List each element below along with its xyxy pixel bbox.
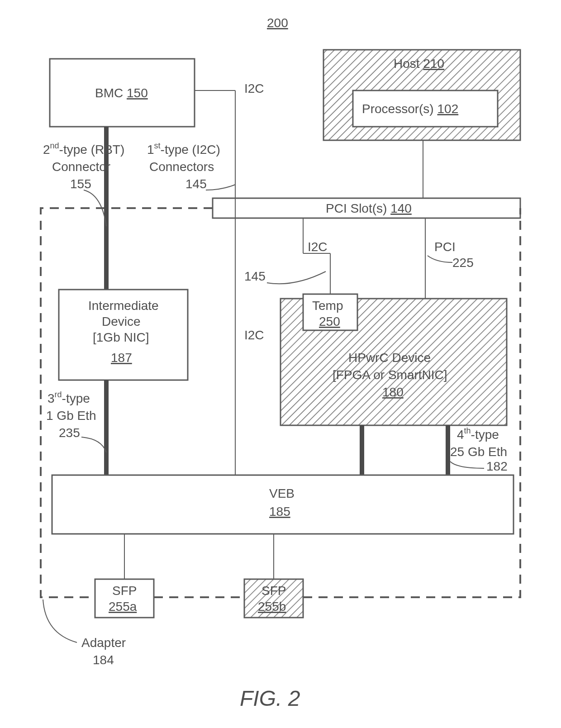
- sfp-b-label: SFP: [261, 584, 286, 598]
- sfp-a-label: SFP: [112, 584, 137, 598]
- pci-ref: 225: [452, 256, 474, 270]
- svg-text:1 Gb Eth: 1 Gb Eth: [46, 409, 96, 423]
- intermediate-label3: [1Gb NIC]: [93, 330, 149, 344]
- pci-slot-label: PCI Slot(s) 140: [326, 201, 412, 215]
- i2c-connector-label: 1st-type (I2C) Connectors 145: [147, 141, 220, 191]
- hpwrc-label2: [FPGA or SmartNIC]: [333, 368, 447, 382]
- figure-caption: FIG. 2: [240, 686, 300, 710]
- temp-ref: 250: [319, 314, 340, 328]
- svg-text:3rd-type: 3rd-type: [48, 390, 90, 405]
- veb-label: VEB: [269, 486, 295, 500]
- pci-label: PCI: [434, 240, 456, 254]
- svg-text:145: 145: [244, 269, 266, 283]
- hpwrc-label: HPwrC Device: [348, 351, 431, 365]
- svg-text:25 Gb Eth: 25 Gb Eth: [450, 445, 507, 459]
- i2c-ref-branch: 145: [244, 269, 266, 283]
- processor-label: Processor(s) 102: [362, 102, 458, 116]
- veb-ref: 185: [269, 504, 290, 519]
- intermediate-label: Intermediate: [88, 299, 159, 313]
- sfp-b-ref: 255b: [258, 600, 286, 614]
- intermediate-label2: Device: [102, 314, 141, 328]
- i2c-label-top: I2C: [244, 81, 264, 95]
- svg-text:182: 182: [486, 459, 508, 473]
- figure-number-top: 200: [267, 16, 288, 30]
- temp-label: Temp: [312, 299, 343, 313]
- svg-text:Connector: Connector: [52, 160, 110, 174]
- conn3-label: 3rd-type 1 Gb Eth 235: [46, 390, 96, 440]
- svg-text:235: 235: [59, 426, 80, 440]
- svg-text:2nd-type (RBT): 2nd-type (RBT): [43, 141, 124, 157]
- adapter-ref: 184: [93, 653, 114, 667]
- i2c-label-branch: I2C: [308, 240, 328, 254]
- svg-text:Connectors: Connectors: [149, 160, 214, 174]
- sfp-a-ref: 255a: [109, 600, 137, 614]
- intermediate-ref: 187: [111, 351, 132, 365]
- svg-text:4th-type: 4th-type: [457, 426, 499, 442]
- svg-text:145: 145: [185, 177, 207, 191]
- hpwrc-ref: 180: [382, 385, 404, 399]
- svg-text:155: 155: [70, 177, 91, 191]
- i2c-label-mid: I2C: [244, 328, 264, 342]
- bmc-label: BMC 150: [95, 86, 148, 100]
- svg-text:1st-type (I2C): 1st-type (I2C): [147, 141, 220, 157]
- host-label: Host 210: [394, 57, 444, 71]
- rbt-connector-label: 2nd-type (RBT) Connector 155: [43, 141, 124, 191]
- adapter-label: Adapter: [81, 636, 126, 650]
